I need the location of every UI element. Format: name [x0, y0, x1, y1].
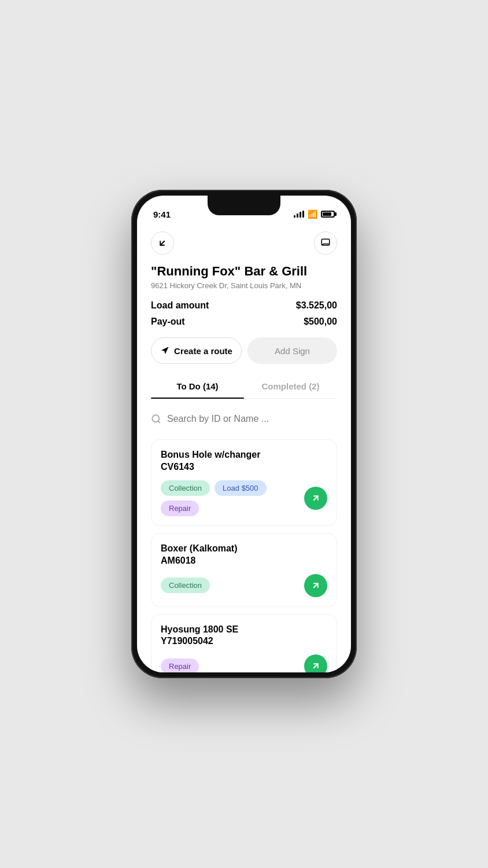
machine-navigate-button[interactable] [304, 654, 327, 672]
search-input[interactable] [167, 414, 337, 424]
svg-line-5 [313, 496, 318, 501]
add-sign-button[interactable]: Add Sign [247, 337, 337, 364]
tags: Collection [161, 578, 210, 593]
payout-row: Pay-out $500,00 [151, 317, 337, 327]
action-buttons: Create a route Add Sign [151, 337, 337, 364]
status-icons: 📶 [294, 209, 335, 219]
message-icon [320, 238, 331, 248]
machine-card: Bonus Hole w/changer CV6143CollectionLoa… [151, 439, 337, 526]
venue-title: "Running Fox" Bar & Grill [151, 264, 337, 279]
navigation-icon [160, 346, 169, 355]
arrow-up-right-icon [310, 661, 321, 671]
card-footer: Collection [161, 574, 327, 597]
tab-completed[interactable]: Completed (2) [244, 374, 337, 398]
card-footer: Repair [161, 654, 327, 672]
wifi-icon: 📶 [308, 209, 317, 219]
svg-marker-2 [161, 347, 169, 355]
tag-load: Load $500 [215, 480, 266, 496]
machine-list: Bonus Hole w/changer CV6143CollectionLoa… [151, 439, 337, 672]
message-button[interactable] [314, 231, 337, 255]
tab-todo[interactable]: To Do (14) [151, 374, 244, 398]
svg-line-7 [313, 664, 318, 668]
svg-line-4 [158, 421, 160, 423]
machine-navigate-button[interactable] [304, 574, 327, 597]
machine-card: Hyosung 1800 SE Y719005042Repair [151, 614, 337, 672]
load-amount-label: Load amount [151, 300, 209, 311]
payout-value: $500,00 [304, 317, 337, 327]
arrow-up-right-icon [310, 493, 321, 503]
machine-name: Bonus Hole w/changer CV6143 [161, 449, 327, 473]
top-nav [151, 225, 337, 264]
arrow-up-right-icon [310, 580, 321, 591]
machine-name: Boxer (Kalkomat) AM6018 [161, 543, 327, 567]
status-time: 9:41 [153, 209, 171, 219]
tag-repair: Repair [161, 659, 199, 672]
search-icon [151, 414, 161, 424]
tabs: To Do (14) Completed (2) [151, 374, 337, 399]
tags: CollectionLoad $500Repair [161, 480, 304, 516]
back-button[interactable] [151, 231, 174, 255]
card-footer: CollectionLoad $500Repair [161, 480, 327, 516]
create-route-button[interactable]: Create a route [151, 337, 242, 364]
venue-address: 9621 Hickory Creek Dr, Saint Louis Park,… [151, 281, 337, 290]
arrow-down-left-icon [157, 238, 168, 248]
battery-icon [321, 211, 335, 218]
tags: Repair [161, 659, 199, 672]
payout-label: Pay-out [151, 317, 185, 327]
machine-navigate-button[interactable] [304, 487, 327, 510]
load-amount-value: $3.525,00 [296, 300, 337, 311]
svg-line-0 [160, 241, 165, 245]
svg-point-3 [152, 415, 159, 422]
tag-collection: Collection [161, 578, 210, 593]
tag-repair: Repair [161, 501, 199, 516]
svg-line-6 [313, 583, 318, 588]
load-amount-row: Load amount $3.525,00 [151, 300, 337, 311]
machine-card: Boxer (Kalkomat) AM6018Collection [151, 533, 337, 607]
tag-collection: Collection [161, 480, 210, 496]
signal-bars-icon [294, 211, 304, 218]
search-bar [151, 408, 337, 430]
machine-name: Hyosung 1800 SE Y719005042 [161, 624, 327, 648]
